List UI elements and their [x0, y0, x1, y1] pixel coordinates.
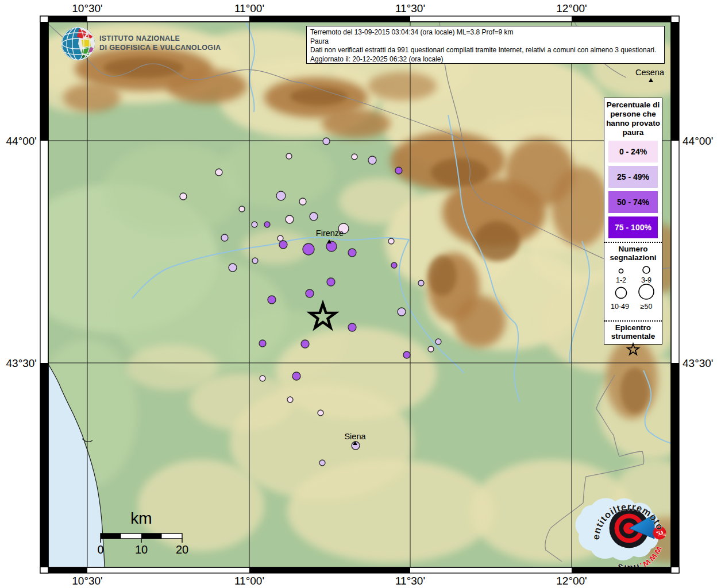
city-label: Cesena [635, 68, 665, 77]
axis-lat-left-2: 43°30' [6, 357, 37, 369]
felt-report-circle [252, 222, 257, 227]
felt-report-circle [435, 339, 441, 345]
felt-report-circle [327, 278, 335, 286]
axis-lat-right-2: 43°30' [683, 357, 714, 369]
event-map-type: Paura [310, 37, 661, 47]
felt-report-circle [418, 280, 424, 286]
axis-lon-top-4: 12°00' [556, 2, 587, 14]
felt-report-circle [368, 156, 376, 164]
scale-tick-10: 10 [135, 543, 148, 556]
legend-divider [604, 242, 662, 243]
axis-lat-left-1: 44°00' [6, 135, 37, 147]
city-label: Siena [344, 432, 366, 441]
felt-report-circle [306, 289, 314, 297]
felt-report-circle [286, 153, 292, 159]
felt-report-circle [239, 206, 245, 212]
felt-report-circle [310, 212, 318, 220]
ingv-institute-name-line2: DI GEOFISICA E VULCANOLOGIA [99, 44, 221, 52]
legend-swatch-label: 75 - 100% [615, 223, 651, 232]
event-data-note: Dati non verificati estratti da 991 ques… [310, 46, 661, 55]
felt-report-circle [318, 410, 323, 416]
legend-count-50plus: ≥50 [641, 303, 653, 311]
legend-star-icon [627, 344, 639, 355]
felt-report-circle [259, 340, 266, 347]
event-title: Terremoto del 13-09-2015 03:04:34 (ora l… [310, 28, 661, 37]
axis-lat-right-1: 44°00' [683, 135, 714, 147]
felt-report-circle [215, 169, 222, 176]
felt-report-circle [319, 460, 325, 466]
felt-report-circle [229, 264, 237, 272]
felt-report-circle [260, 376, 265, 381]
legend-swatch-75-100: 75 - 100% [608, 216, 658, 238]
legend-epicenter-title: Epicentro strumentale [604, 323, 662, 341]
felt-report-circle [287, 397, 293, 403]
axis-lon-top-3: 11°30' [395, 2, 425, 14]
legend-count-title: Numero segnalazioni [604, 245, 662, 262]
felt-report-circle [299, 198, 306, 205]
legend-count-10-49: 10-49 [611, 303, 629, 311]
axis-lon-bottom-2: 11°00' [234, 575, 264, 587]
felt-report-circle [323, 138, 330, 145]
felt-report-circle [391, 262, 397, 268]
macroseismic-map-page: FirenzeSienaCesena km 0 10 20 [0, 0, 721, 588]
ingv-logo [61, 27, 95, 60]
axis-lon-bottom-1: 10°30' [72, 575, 103, 587]
scale-unit-label: km [130, 509, 152, 527]
axis-lon-bottom-4: 12°00' [556, 575, 587, 587]
felt-report-circle [279, 241, 287, 249]
legend-swatch-25-49: 25 - 49% [608, 166, 658, 188]
axis-lon-top-1: 10°30' [72, 2, 103, 14]
felt-report-circle [221, 234, 228, 241]
legend-count-1-2: 1-2 [616, 276, 626, 284]
felt-report-circle [180, 193, 187, 200]
legend-swatch-label: 25 - 49% [617, 172, 649, 181]
felt-report-circle [348, 323, 356, 331]
scale-tick-0: 0 [97, 543, 103, 556]
felt-report-circle [388, 238, 394, 244]
axis-lon-top-2: 11°00' [234, 2, 264, 14]
ingv-institute-name-line1: ISTITUTO NAZIONALE [99, 34, 180, 42]
legend-count-3-9: 3-9 [641, 276, 651, 284]
felt-report-circle [264, 222, 270, 227]
felt-report-circle [303, 243, 314, 255]
event-updated-at: Aggiornato il: 20-12-2025 06:32 (ora loc… [310, 55, 661, 64]
legend-epicenter-symbol [604, 342, 662, 359]
felt-report-circle [268, 296, 276, 304]
legend-title: Percentuale di persone che hanno provato… [604, 100, 662, 137]
felt-report-circle [398, 308, 406, 316]
legend-swatch-0-24: 0 - 24% [608, 141, 658, 163]
legend-swatch-label: 50 - 74% [617, 198, 649, 207]
legend-swatch-50-74: 50 - 74% [608, 191, 658, 213]
felt-report-circle [276, 191, 286, 200]
felt-report-circle [301, 340, 309, 348]
event-info-box: Terremoto del 13-09-2015 03:04:34 (ora l… [306, 26, 665, 64]
terrain-layer: FirenzeSienaCesena km 0 10 20 [0, 0, 701, 574]
map-legend: Percentuale di persone che hanno provato… [604, 98, 662, 345]
legend-divider [604, 320, 662, 322]
felt-report-circle [403, 351, 410, 358]
axis-lon-bottom-3: 11°30' [395, 575, 425, 587]
felt-report-circle [428, 346, 434, 352]
felt-report-circle [395, 167, 402, 174]
city-label: Firenze [316, 229, 344, 238]
scale-tick-20: 20 [176, 543, 188, 556]
legend-swatch-label: 0 - 24% [619, 147, 647, 156]
legend-count-symbols: 1-2 3-9 10-49 ≥50 [606, 263, 661, 315]
felt-report-circle [252, 258, 258, 264]
felt-report-circle [292, 372, 300, 380]
felt-report-circle [352, 154, 357, 160]
felt-report-circle [286, 215, 294, 223]
felt-report-circle [348, 249, 356, 257]
